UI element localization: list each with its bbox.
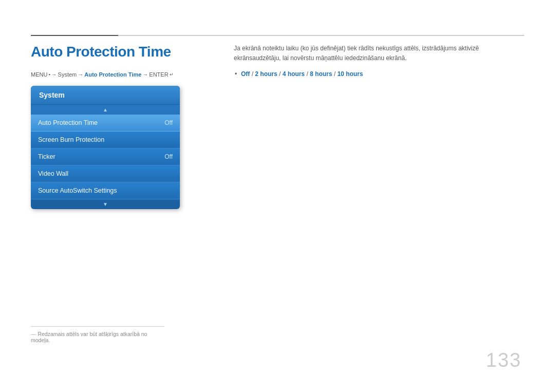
menu-arrow-up-icon: ▲ xyxy=(31,105,180,115)
description-text: Ja ekrānā noteiktu laiku (ko jūs definēj… xyxy=(234,44,524,63)
option-2h: 2 hours xyxy=(255,70,277,78)
menu-item-screen-burn[interactable]: Screen Burn Protection xyxy=(31,132,180,148)
breadcrumb-enter: ENTER xyxy=(149,71,168,78)
option-off: Off xyxy=(241,70,250,78)
system-menu: System ▲ Auto Protection Time Off Screen… xyxy=(31,86,180,209)
menu-item-label: Ticker xyxy=(38,153,55,160)
sep4: / xyxy=(332,70,337,78)
option-8h: 8 hours xyxy=(310,70,332,78)
breadcrumb: MENU ▪ → System → Auto Protection Time →… xyxy=(31,71,221,78)
breadcrumb-enter-icon: ↵ xyxy=(170,72,174,77)
menu-item-label: Screen Burn Protection xyxy=(38,136,104,143)
breadcrumb-menu: MENU xyxy=(31,71,47,78)
breadcrumb-menu-icon: ▪ xyxy=(48,72,50,77)
page-number: 133 xyxy=(486,349,522,371)
breadcrumb-arrow1: → xyxy=(51,71,57,78)
breadcrumb-arrow3: → xyxy=(142,71,148,78)
menu-item-value: Off xyxy=(164,153,173,160)
menu-item-label: Source AutoSwitch Settings xyxy=(38,187,117,194)
menu-item-label: Video Wall xyxy=(38,170,68,177)
menu-item-source-autoswitch[interactable]: Source AutoSwitch Settings xyxy=(31,182,180,199)
options-list: Off / 2 hours / 4 hours / 8 hours / 10 h… xyxy=(234,70,524,78)
breadcrumb-arrow2: → xyxy=(78,71,83,78)
sep3: / xyxy=(305,70,310,78)
options-item: Off / 2 hours / 4 hours / 8 hours / 10 h… xyxy=(241,70,524,78)
sep2: / xyxy=(278,70,283,78)
footer-note: Redzamais attēls var būt atšķirīgs atkar… xyxy=(31,326,164,343)
page-container: Auto Protection Time MENU ▪ → System → A… xyxy=(0,0,555,392)
option-4h: 4 hours xyxy=(283,70,305,78)
top-rule-accent xyxy=(31,35,118,36)
breadcrumb-feature: Auto Protection Time xyxy=(84,71,141,78)
menu-item-ticker[interactable]: Ticker Off xyxy=(31,148,180,165)
menu-item-auto-protection[interactable]: Auto Protection Time Off xyxy=(31,115,180,132)
sep1: / xyxy=(250,70,255,78)
footer-note-text: Redzamais attēls var būt atšķirīgs atkar… xyxy=(31,331,164,343)
menu-arrow-down-icon: ▼ xyxy=(31,199,180,209)
right-column: Ja ekrānā noteiktu laiku (ko jūs definēj… xyxy=(234,44,524,78)
left-column: Auto Protection Time MENU ▪ → System → A… xyxy=(31,44,221,209)
system-menu-header: System xyxy=(31,86,180,105)
breadcrumb-system: System xyxy=(58,71,77,78)
menu-item-video-wall[interactable]: Video Wall xyxy=(31,165,180,182)
page-title: Auto Protection Time xyxy=(31,44,221,60)
option-10h: 10 hours xyxy=(337,70,363,78)
menu-item-label: Auto Protection Time xyxy=(38,119,98,126)
menu-item-value: Off xyxy=(164,119,173,126)
